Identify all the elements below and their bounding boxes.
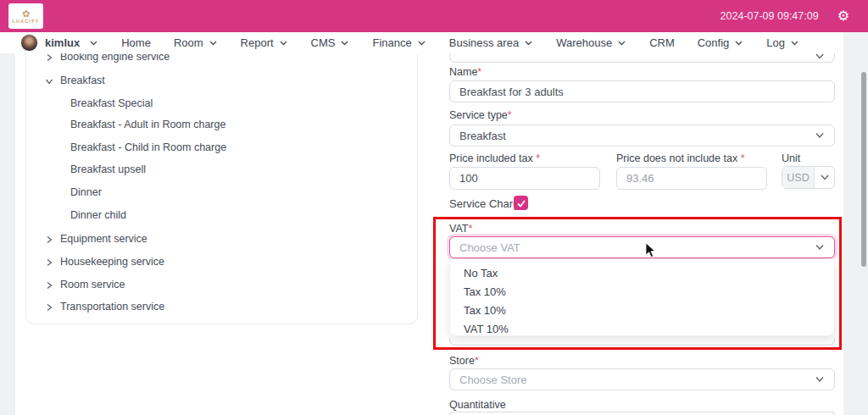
unit-select[interactable]: USD bbox=[782, 166, 835, 189]
chevron-down-icon bbox=[417, 40, 426, 47]
nav-item-home[interactable]: Home bbox=[121, 36, 151, 49]
store-label: Store* bbox=[449, 355, 479, 367]
chevron-down-icon bbox=[790, 40, 799, 47]
service-charge-checkbox[interactable] bbox=[514, 196, 528, 210]
service-type-select[interactable]: Breakfast bbox=[449, 125, 835, 147]
required-asterisk: * bbox=[741, 152, 745, 164]
chevron-right-icon bbox=[45, 53, 53, 64]
store-select[interactable]: Choose Store bbox=[449, 368, 835, 390]
scrollbar-thumb[interactable] bbox=[861, 72, 866, 267]
price-not-included-tax-label: Price does not include tax * bbox=[616, 152, 745, 164]
chevron-down-icon bbox=[815, 130, 825, 142]
quantitative-input-clipped[interactable] bbox=[449, 412, 835, 415]
occluded-field-sliver bbox=[449, 338, 835, 346]
chevron-down-icon bbox=[734, 40, 743, 47]
chevron-down-icon bbox=[815, 167, 834, 188]
tree-item-breakfast-adult[interactable]: Breakfast - Adult in Room charge bbox=[26, 117, 417, 132]
left-gutter bbox=[0, 32, 15, 415]
chevron-down-icon bbox=[524, 40, 533, 47]
chevron-down-icon bbox=[209, 40, 218, 47]
tree-item-housekeeping-service[interactable]: Housekeeping service bbox=[26, 254, 417, 269]
price-included-tax-label: Price included tax * bbox=[449, 152, 540, 164]
nav-item-config[interactable]: Config bbox=[698, 36, 744, 49]
vat-placeholder: Choose VAT bbox=[459, 241, 520, 254]
vat-label: VAT* bbox=[449, 223, 472, 235]
required-asterisk: * bbox=[475, 355, 479, 367]
nav-item-room[interactable]: Room bbox=[174, 36, 218, 49]
chevron-right-icon bbox=[45, 235, 53, 246]
check-icon bbox=[516, 198, 526, 208]
nav-item-report[interactable]: Report bbox=[241, 36, 288, 49]
user-menu[interactable]: kimlux bbox=[45, 36, 98, 49]
nav-item-warehouse[interactable]: Warehouse bbox=[556, 36, 626, 49]
chevron-down-icon bbox=[89, 40, 98, 47]
price-included-tax-input[interactable] bbox=[449, 167, 600, 190]
chevron-down-icon bbox=[340, 40, 349, 47]
nav-item-finance[interactable]: Finance bbox=[372, 36, 426, 49]
chevron-right-icon bbox=[45, 280, 53, 292]
user-avatar[interactable] bbox=[20, 34, 38, 52]
tree-item-equipment-service[interactable]: Equipment service bbox=[26, 231, 417, 246]
required-asterisk: * bbox=[508, 109, 512, 121]
quantitative-label: Quantitative bbox=[449, 399, 506, 411]
tree-item-breakfast[interactable]: Breakfast bbox=[26, 73, 417, 88]
chevron-down-icon bbox=[45, 76, 53, 88]
required-asterisk: * bbox=[536, 152, 540, 164]
user-name: kimlux bbox=[45, 36, 80, 49]
vat-select[interactable]: Choose VAT bbox=[449, 236, 835, 258]
brand-name: LUXCITY bbox=[13, 19, 40, 24]
tree-item-transportation-service[interactable]: Transportation service bbox=[26, 299, 417, 314]
tree-item-dinner[interactable]: Dinner bbox=[26, 185, 417, 200]
chevron-down-icon bbox=[815, 374, 825, 386]
brand-logo[interactable]: ✿ LUXCITY bbox=[8, 3, 43, 29]
nav-item-crm[interactable]: CRM bbox=[649, 36, 675, 49]
vat-option-tax-10-b[interactable]: Tax 10% bbox=[450, 301, 834, 319]
required-asterisk: * bbox=[468, 223, 472, 235]
unit-label: Unit bbox=[782, 152, 800, 164]
tree-item-breakfast-special[interactable]: Breakfast Special bbox=[26, 96, 417, 111]
unit-value: USD bbox=[782, 167, 815, 188]
vat-option-vat-10[interactable]: VAT 10% bbox=[450, 319, 834, 338]
flower-icon: ✿ bbox=[22, 9, 30, 19]
tree-item-room-service[interactable]: Room service bbox=[26, 277, 417, 292]
vat-dropdown: No Tax Tax 10% Tax 10% VAT 10% bbox=[449, 259, 835, 336]
vat-option-no-tax[interactable]: No Tax bbox=[450, 263, 834, 282]
nav-item-cms[interactable]: CMS bbox=[311, 36, 350, 49]
tree-item-dinner-child[interactable]: Dinner child bbox=[26, 208, 417, 223]
name-input[interactable] bbox=[449, 80, 835, 102]
settings-gear-icon[interactable]: ⚙ bbox=[837, 9, 849, 23]
chevron-down-icon bbox=[279, 40, 288, 47]
tree-item-breakfast-child[interactable]: Breakfast - Child in Room charge bbox=[26, 140, 417, 155]
top-bar: ✿ LUXCITY 2024-07-09 09:47:09 ⚙ bbox=[0, 0, 868, 32]
app-window: ✿ LUXCITY 2024-07-09 09:47:09 ⚙ kimlux H… bbox=[0, 0, 868, 415]
chevron-down-icon bbox=[815, 241, 825, 254]
service-tree-panel: Booking engine service Breakfast Breakfa… bbox=[25, 47, 418, 324]
store-placeholder: Choose Store bbox=[459, 374, 527, 386]
name-label: Name* bbox=[449, 66, 481, 78]
datetime-text: 2024-07-09 09:47:09 bbox=[721, 10, 819, 22]
price-not-included-tax-input[interactable] bbox=[616, 167, 767, 190]
main-nav: kimlux Home Room Report CMS Finance Busi… bbox=[0, 32, 843, 53]
service-type-label: Service type* bbox=[449, 109, 512, 121]
chevron-right-icon bbox=[45, 257, 53, 269]
required-asterisk: * bbox=[477, 66, 481, 78]
nav-item-business-area[interactable]: Business area bbox=[449, 36, 533, 49]
tree-item-breakfast-upsell[interactable]: Breakfast upsell bbox=[26, 162, 417, 177]
vat-option-tax-10-a[interactable]: Tax 10% bbox=[450, 282, 834, 301]
chevron-down-icon bbox=[617, 40, 626, 47]
nav-item-log[interactable]: Log bbox=[766, 36, 799, 49]
chevron-right-icon bbox=[45, 302, 53, 314]
